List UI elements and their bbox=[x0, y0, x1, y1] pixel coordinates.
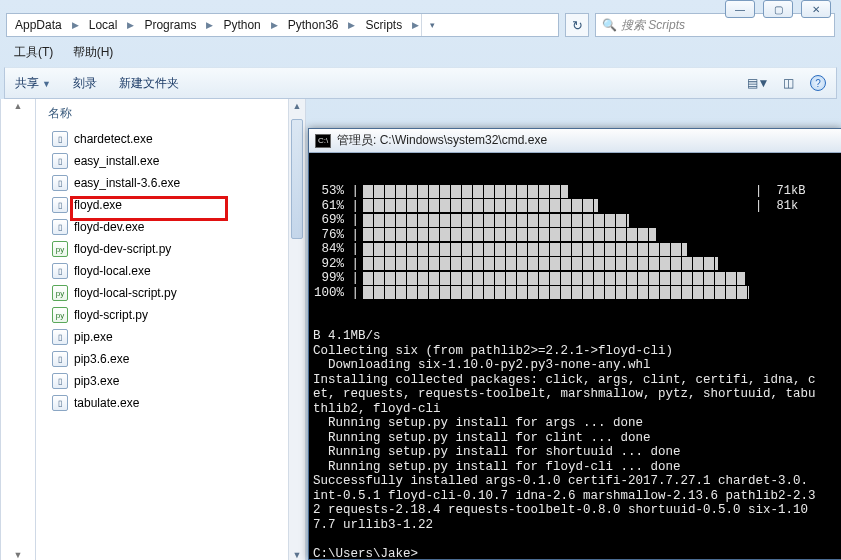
file-name: floyd-local-script.py bbox=[74, 286, 177, 300]
exe-file-icon: ▯ bbox=[52, 197, 68, 213]
progress-line: 99% | bbox=[313, 271, 837, 286]
progress-line: 76% | bbox=[313, 228, 837, 243]
scroll-thumb[interactable] bbox=[291, 119, 303, 239]
exe-file-icon: ▯ bbox=[52, 373, 68, 389]
python-file-icon: py bbox=[52, 241, 68, 257]
window-titlebar: — ▢ ✕ bbox=[0, 0, 841, 10]
progress-line: 84% | bbox=[313, 242, 837, 257]
help-icon[interactable]: ? bbox=[810, 75, 826, 91]
file-row[interactable]: ▯tabulate.exe bbox=[48, 392, 305, 414]
file-row[interactable]: ▯floyd-local.exe bbox=[48, 260, 305, 282]
progress-line: 69% | bbox=[313, 213, 837, 228]
file-row[interactable]: ▯floyd.exe bbox=[48, 194, 305, 216]
cmd-icon: C:\ bbox=[315, 134, 331, 148]
breadcrumb-segment[interactable]: Python bbox=[215, 14, 268, 36]
exe-file-icon: ▯ bbox=[52, 329, 68, 345]
file-name: floyd.exe bbox=[74, 198, 122, 212]
python-file-icon: py bbox=[52, 307, 68, 323]
new-folder-button[interactable]: 新建文件夹 bbox=[119, 75, 179, 92]
file-name: pip3.exe bbox=[74, 374, 119, 388]
file-row[interactable]: ▯pip.exe bbox=[48, 326, 305, 348]
file-name: floyd-dev-script.py bbox=[74, 242, 171, 256]
menu-tools[interactable]: 工具(T) bbox=[14, 45, 53, 59]
command-bar: 共享▼ 刻录 新建文件夹 ▤▼ ◫ ? bbox=[4, 67, 837, 99]
file-row[interactable]: ▯chardetect.exe bbox=[48, 128, 305, 150]
menu-help[interactable]: 帮助(H) bbox=[73, 45, 114, 59]
breadcrumb-separator-icon: ▶ bbox=[346, 20, 357, 30]
breadcrumb[interactable]: AppData▶Local▶Programs▶Python▶Python36▶S… bbox=[6, 13, 559, 37]
cmd-titlebar[interactable]: C:\ 管理员: C:\Windows\system32\cmd.exe bbox=[309, 129, 841, 153]
file-row[interactable]: ▯easy_install.exe bbox=[48, 150, 305, 172]
file-name: floyd-script.py bbox=[74, 308, 148, 322]
search-placeholder: 搜索 Scripts bbox=[621, 17, 685, 34]
close-button[interactable]: ✕ bbox=[801, 0, 831, 18]
exe-file-icon: ▯ bbox=[52, 395, 68, 411]
exe-file-icon: ▯ bbox=[52, 263, 68, 279]
breadcrumb-separator-icon: ▶ bbox=[269, 20, 280, 30]
maximize-button[interactable]: ▢ bbox=[763, 0, 793, 18]
exe-file-icon: ▯ bbox=[52, 351, 68, 367]
file-row[interactable]: pyfloyd-local-script.py bbox=[48, 282, 305, 304]
breadcrumb-segment[interactable]: Programs bbox=[136, 14, 204, 36]
exe-file-icon: ▯ bbox=[52, 175, 68, 191]
file-row[interactable]: ▯pip3.6.exe bbox=[48, 348, 305, 370]
breadcrumb-segment[interactable]: Scripts bbox=[357, 14, 410, 36]
chevron-down-icon: ▼ bbox=[42, 79, 51, 89]
minimize-button[interactable]: — bbox=[725, 0, 755, 18]
file-row[interactable]: ▯floyd-dev.exe bbox=[48, 216, 305, 238]
nav-tree-collapsed[interactable]: ▲ ▼ bbox=[0, 99, 36, 560]
refresh-button[interactable]: ↻ bbox=[565, 13, 589, 37]
exe-file-icon: ▯ bbox=[52, 153, 68, 169]
nav-scroll-down[interactable]: ▼ bbox=[1, 550, 35, 560]
progress-line: 53% || 71kB bbox=[313, 184, 837, 199]
file-name: chardetect.exe bbox=[74, 132, 153, 146]
breadcrumb-segment[interactable]: Python36 bbox=[280, 14, 347, 36]
breadcrumb-separator-icon: ▶ bbox=[204, 20, 215, 30]
cmd-window: C:\ 管理员: C:\Windows\system32\cmd.exe 53%… bbox=[308, 128, 841, 560]
cmd-title-text: 管理员: C:\Windows\system32\cmd.exe bbox=[337, 132, 547, 149]
file-row[interactable]: ▯easy_install-3.6.exe bbox=[48, 172, 305, 194]
breadcrumb-segment[interactable]: AppData bbox=[7, 14, 70, 36]
file-name: floyd-dev.exe bbox=[74, 220, 144, 234]
address-bar: AppData▶Local▶Programs▶Python▶Python36▶S… bbox=[0, 10, 841, 40]
burn-button[interactable]: 刻录 bbox=[73, 75, 97, 92]
progress-line: 61% || 81k bbox=[313, 199, 837, 214]
progress-line: 92% | bbox=[313, 257, 837, 272]
progress-line: 100% | bbox=[313, 286, 837, 301]
python-file-icon: py bbox=[52, 285, 68, 301]
preview-pane-icon[interactable]: ◫ bbox=[780, 75, 796, 91]
breadcrumb-separator-icon: ▶ bbox=[410, 20, 421, 30]
file-name: pip3.6.exe bbox=[74, 352, 129, 366]
file-name: easy_install-3.6.exe bbox=[74, 176, 180, 190]
file-name: pip.exe bbox=[74, 330, 113, 344]
menu-bar: 工具(T) 帮助(H) bbox=[0, 40, 841, 65]
scroll-up-arrow[interactable]: ▲ bbox=[289, 101, 305, 111]
file-name: easy_install.exe bbox=[74, 154, 159, 168]
view-options-icon[interactable]: ▤▼ bbox=[750, 75, 766, 91]
file-row[interactable]: ▯pip3.exe bbox=[48, 370, 305, 392]
breadcrumb-separator-icon: ▶ bbox=[70, 20, 81, 30]
column-header-name[interactable]: 名称 bbox=[48, 105, 305, 128]
nav-scroll-up[interactable]: ▲ bbox=[1, 101, 35, 111]
file-name: tabulate.exe bbox=[74, 396, 139, 410]
file-row[interactable]: pyfloyd-script.py bbox=[48, 304, 305, 326]
exe-file-icon: ▯ bbox=[52, 131, 68, 147]
vertical-scrollbar[interactable]: ▲ ▼ bbox=[288, 99, 305, 560]
file-row[interactable]: pyfloyd-dev-script.py bbox=[48, 238, 305, 260]
search-icon: 🔍 bbox=[602, 18, 617, 32]
share-button[interactable]: 共享▼ bbox=[15, 75, 51, 92]
exe-file-icon: ▯ bbox=[52, 219, 68, 235]
history-dropdown[interactable]: ▾ bbox=[421, 14, 443, 36]
file-name: floyd-local.exe bbox=[74, 264, 151, 278]
scroll-down-arrow[interactable]: ▼ bbox=[289, 550, 305, 560]
breadcrumb-segment[interactable]: Local bbox=[81, 14, 126, 36]
cmd-output[interactable]: 53% || 71kB61% || 81k69% |76% |84% |92% … bbox=[309, 153, 841, 560]
file-list-pane: 名称 ▯chardetect.exe▯easy_install.exe▯easy… bbox=[36, 99, 306, 560]
breadcrumb-separator-icon: ▶ bbox=[125, 20, 136, 30]
